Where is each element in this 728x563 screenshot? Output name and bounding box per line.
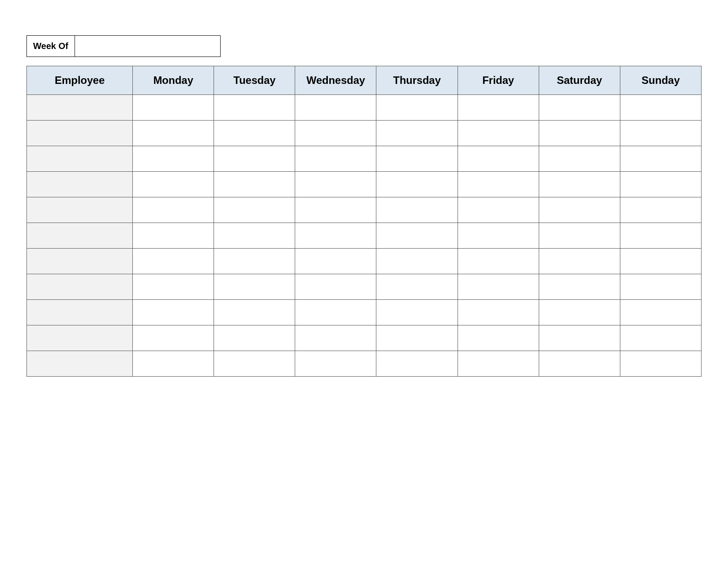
table-row xyxy=(27,351,702,377)
schedule-cell[interactable] xyxy=(214,223,295,249)
day-header-sunday: Sunday xyxy=(620,66,701,95)
schedule-cell[interactable] xyxy=(620,300,701,325)
schedule-cell[interactable] xyxy=(539,197,620,223)
schedule-cell[interactable] xyxy=(539,223,620,249)
schedule-cell[interactable] xyxy=(295,325,376,351)
schedule-cell[interactable] xyxy=(133,223,214,249)
schedule-cell[interactable] xyxy=(295,95,376,121)
schedule-cell[interactable] xyxy=(295,274,376,300)
schedule-cell[interactable] xyxy=(458,249,539,274)
schedule-cell[interactable] xyxy=(295,121,376,146)
table-row xyxy=(27,249,702,274)
schedule-cell[interactable] xyxy=(295,223,376,249)
schedule-cell[interactable] xyxy=(620,197,701,223)
schedule-cell[interactable] xyxy=(295,172,376,197)
schedule-cell[interactable] xyxy=(376,223,458,249)
schedule-cell[interactable] xyxy=(214,274,295,300)
schedule-cell[interactable] xyxy=(133,146,214,172)
schedule-table: Employee Monday Tuesday Wednesday Thursd… xyxy=(26,66,702,377)
schedule-cell[interactable] xyxy=(376,249,458,274)
schedule-cell[interactable] xyxy=(539,274,620,300)
schedule-cell[interactable] xyxy=(458,351,539,377)
schedule-cell[interactable] xyxy=(620,351,701,377)
schedule-cell[interactable] xyxy=(620,325,701,351)
employee-cell[interactable] xyxy=(27,274,133,300)
schedule-cell[interactable] xyxy=(458,197,539,223)
schedule-cell[interactable] xyxy=(214,325,295,351)
schedule-cell[interactable] xyxy=(458,146,539,172)
schedule-cell[interactable] xyxy=(214,197,295,223)
schedule-cell[interactable] xyxy=(539,325,620,351)
schedule-cell[interactable] xyxy=(376,172,458,197)
schedule-cell[interactable] xyxy=(458,121,539,146)
employee-cell[interactable] xyxy=(27,351,133,377)
employee-cell[interactable] xyxy=(27,172,133,197)
schedule-cell[interactable] xyxy=(214,95,295,121)
schedule-cell[interactable] xyxy=(539,351,620,377)
employee-cell[interactable] xyxy=(27,325,133,351)
day-header-thursday: Thursday xyxy=(376,66,458,95)
schedule-cell[interactable] xyxy=(458,300,539,325)
week-of-label: Week Of xyxy=(26,35,75,57)
employee-cell[interactable] xyxy=(27,249,133,274)
schedule-cell[interactable] xyxy=(539,95,620,121)
schedule-cell[interactable] xyxy=(133,197,214,223)
schedule-cell[interactable] xyxy=(214,121,295,146)
day-header-wednesday: Wednesday xyxy=(295,66,376,95)
table-row xyxy=(27,300,702,325)
schedule-cell[interactable] xyxy=(620,172,701,197)
schedule-cell[interactable] xyxy=(295,146,376,172)
schedule-cell[interactable] xyxy=(458,325,539,351)
schedule-cell[interactable] xyxy=(214,351,295,377)
schedule-cell[interactable] xyxy=(214,172,295,197)
schedule-cell[interactable] xyxy=(620,95,701,121)
schedule-cell[interactable] xyxy=(539,249,620,274)
schedule-cell[interactable] xyxy=(133,95,214,121)
schedule-cell[interactable] xyxy=(458,172,539,197)
schedule-cell[interactable] xyxy=(539,300,620,325)
schedule-cell[interactable] xyxy=(295,351,376,377)
schedule-cell[interactable] xyxy=(376,325,458,351)
schedule-cell[interactable] xyxy=(133,351,214,377)
schedule-cell[interactable] xyxy=(620,146,701,172)
schedule-cell[interactable] xyxy=(620,223,701,249)
schedule-cell[interactable] xyxy=(458,95,539,121)
schedule-cell[interactable] xyxy=(295,249,376,274)
employee-cell[interactable] xyxy=(27,121,133,146)
schedule-cell[interactable] xyxy=(214,249,295,274)
employee-cell[interactable] xyxy=(27,300,133,325)
schedule-cell[interactable] xyxy=(376,300,458,325)
schedule-cell[interactable] xyxy=(458,274,539,300)
schedule-cell[interactable] xyxy=(133,274,214,300)
schedule-cell[interactable] xyxy=(376,146,458,172)
schedule-cell[interactable] xyxy=(376,274,458,300)
schedule-cell[interactable] xyxy=(620,249,701,274)
table-row xyxy=(27,223,702,249)
schedule-cell[interactable] xyxy=(376,95,458,121)
schedule-cell[interactable] xyxy=(295,197,376,223)
schedule-cell[interactable] xyxy=(620,121,701,146)
week-of-input[interactable] xyxy=(75,35,221,57)
schedule-cell[interactable] xyxy=(295,300,376,325)
schedule-cell[interactable] xyxy=(539,121,620,146)
schedule-cell[interactable] xyxy=(214,300,295,325)
schedule-cell[interactable] xyxy=(376,351,458,377)
schedule-cell[interactable] xyxy=(133,172,214,197)
schedule-cell[interactable] xyxy=(376,121,458,146)
schedule-cell[interactable] xyxy=(214,146,295,172)
employee-cell[interactable] xyxy=(27,146,133,172)
schedule-cell[interactable] xyxy=(620,274,701,300)
day-header-monday: Monday xyxy=(133,66,214,95)
employee-cell[interactable] xyxy=(27,223,133,249)
schedule-cell[interactable] xyxy=(539,172,620,197)
employee-cell[interactable] xyxy=(27,197,133,223)
schedule-cell[interactable] xyxy=(133,121,214,146)
schedule-cell[interactable] xyxy=(133,249,214,274)
employee-cell[interactable] xyxy=(27,95,133,121)
schedule-cell[interactable] xyxy=(133,325,214,351)
schedule-cell[interactable] xyxy=(458,223,539,249)
schedule-cell[interactable] xyxy=(133,300,214,325)
day-header-tuesday: Tuesday xyxy=(214,66,295,95)
schedule-cell[interactable] xyxy=(376,197,458,223)
schedule-cell[interactable] xyxy=(539,146,620,172)
